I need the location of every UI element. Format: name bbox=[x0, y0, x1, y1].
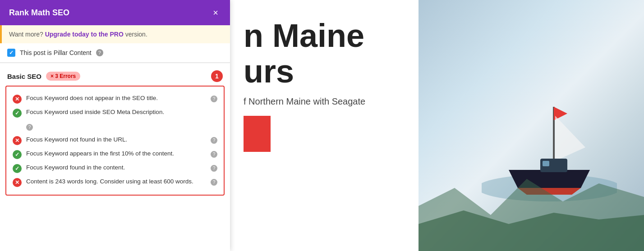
item-help-icon[interactable]: ? bbox=[211, 96, 217, 102]
checklist-item-text: Focus Keyword not found in the URL. bbox=[26, 136, 208, 144]
checklist-item: ✕ Content is 243 words long. Consider us… bbox=[13, 175, 217, 189]
upgrade-notice: Want more? Upgrade today to the PRO vers… bbox=[0, 25, 230, 43]
close-button[interactable]: × bbox=[210, 7, 221, 18]
item-help-icon[interactable]: ? bbox=[211, 165, 217, 172]
panel-header: Rank Math SEO × bbox=[0, 0, 230, 25]
errors-badge: × 3 Errors bbox=[46, 72, 80, 81]
pillar-label: This post is Pillar Content bbox=[20, 49, 92, 56]
item-row: Focus Keyword does not appear in the SEO… bbox=[26, 94, 217, 103]
item-row: Focus Keyword not found in the URL. ? bbox=[26, 136, 217, 144]
item-help-icon[interactable]: ? bbox=[211, 151, 217, 158]
upgrade-text: Want more? bbox=[9, 31, 43, 38]
panel-title: Rank Math SEO bbox=[9, 8, 69, 18]
item-help-icon[interactable]: ? bbox=[26, 124, 33, 131]
pillar-content-row: This post is Pillar Content ? bbox=[0, 43, 230, 63]
checklist-item: ✕ Focus Keyword not found in the URL. ? bbox=[13, 133, 217, 147]
item-help-icon[interactable]: ? bbox=[211, 179, 217, 186]
checklist-container: ✕ Focus Keyword does not appear in the S… bbox=[5, 86, 225, 196]
checklist-item-text: Focus Keyword found in the content. bbox=[26, 164, 208, 172]
bg-red-block bbox=[244, 116, 271, 152]
basic-seo-left: Basic SEO × 3 Errors bbox=[7, 72, 80, 81]
pillar-help-icon[interactable]: ? bbox=[96, 49, 103, 56]
item-row: Content is 243 words long. Consider usin… bbox=[26, 178, 217, 186]
checklist-item: ✓ Focus Keyword found in the content. ? bbox=[13, 161, 217, 175]
item-row: Focus Keyword appears in the first 10% o… bbox=[26, 150, 217, 158]
success-icon: ✓ bbox=[13, 150, 22, 159]
item-row: Focus Keyword found in the content. ? bbox=[26, 164, 217, 172]
checklist-item: ✕ Focus Keyword does not appear in the S… bbox=[13, 92, 217, 106]
checklist-item-text: Focus Keyword used inside SEO Meta Descr… bbox=[26, 108, 217, 117]
basic-seo-header: Basic SEO × 3 Errors 1 bbox=[0, 63, 230, 86]
rank-math-panel: Rank Math SEO × Want more? Upgrade today… bbox=[0, 0, 230, 251]
item-row: Focus Keyword used inside SEO Meta Descr… bbox=[26, 108, 217, 117]
basic-seo-title: Basic SEO bbox=[7, 73, 41, 80]
success-icon: ✓ bbox=[13, 109, 22, 118]
error-icon: ✕ bbox=[13, 95, 22, 104]
checklist-item: ✓ Focus Keyword appears in the first 10%… bbox=[13, 147, 217, 161]
landscape-bg bbox=[419, 161, 644, 251]
help-row: ? bbox=[13, 123, 217, 131]
success-icon: ✓ bbox=[13, 164, 22, 173]
item-help-icon[interactable]: ? bbox=[211, 137, 217, 144]
bg-image-area bbox=[419, 0, 644, 251]
checklist-item-text: Focus Keyword appears in the first 10% o… bbox=[26, 150, 208, 158]
pillar-checkbox[interactable] bbox=[7, 49, 15, 57]
upgrade-text-after: version. bbox=[125, 31, 147, 38]
error-icon: ✕ bbox=[13, 136, 22, 145]
checklist-item-text: Focus Keyword does not appear in the SEO… bbox=[26, 94, 208, 103]
notification-badge: 1 bbox=[211, 70, 223, 82]
upgrade-link[interactable]: Upgrade today to the PRO bbox=[45, 31, 124, 38]
checklist-item-text: Content is 243 words long. Consider usin… bbox=[26, 178, 208, 186]
error-icon: ✕ bbox=[13, 178, 22, 187]
checklist-item: ✓ Focus Keyword used inside SEO Meta Des… bbox=[13, 106, 217, 120]
